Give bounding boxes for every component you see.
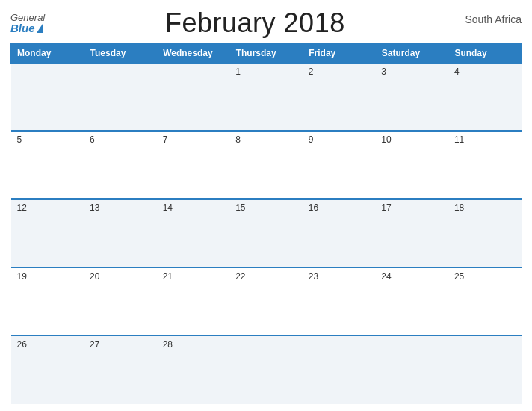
calendar-header: General Blue February 2018 South Africa <box>10 7 522 39</box>
day-number: 8 <box>235 135 241 145</box>
calendar-day-27: 27 <box>84 336 157 404</box>
weekday-header-saturday: Saturday <box>375 44 448 64</box>
day-number: 26 <box>17 339 27 350</box>
day-number: 7 <box>163 135 168 145</box>
calendar-empty-cell <box>84 63 157 131</box>
calendar-empty-cell <box>157 63 230 131</box>
day-number: 25 <box>454 271 464 282</box>
calendar-week-row: 567891011 <box>11 131 522 199</box>
day-number: 28 <box>163 339 173 350</box>
weekday-header-tuesday: Tuesday <box>84 44 157 64</box>
weekday-header-friday: Friday <box>303 44 376 64</box>
calendar-day-20: 20 <box>84 268 157 336</box>
calendar-day-11: 11 <box>448 131 522 199</box>
day-number: 14 <box>163 203 173 213</box>
calendar-empty-cell <box>11 63 84 131</box>
calendar-day-17: 17 <box>375 199 448 267</box>
calendar-day-5: 5 <box>11 131 84 199</box>
day-number: 15 <box>235 203 245 213</box>
weekday-header-row: MondayTuesdayWednesdayThursdayFridaySatu… <box>11 44 522 64</box>
day-number: 18 <box>454 203 464 213</box>
day-number: 27 <box>90 339 99 350</box>
calendar-day-6: 6 <box>84 131 157 199</box>
day-number: 23 <box>309 271 318 282</box>
calendar-wrapper: General Blue February 2018 South Africa … <box>0 0 532 411</box>
calendar-day-25: 25 <box>448 268 522 336</box>
calendar-day-2: 2 <box>303 63 376 131</box>
calendar-day-7: 7 <box>157 131 230 199</box>
day-number: 19 <box>17 271 27 282</box>
calendar-day-24: 24 <box>375 268 448 336</box>
day-number: 6 <box>90 135 95 145</box>
weekday-header-thursday: Thursday <box>229 44 303 64</box>
calendar-day-15: 15 <box>229 199 303 267</box>
day-number: 9 <box>309 135 314 145</box>
day-number: 21 <box>163 271 173 282</box>
calendar-empty-cell <box>229 336 303 404</box>
day-number: 17 <box>381 203 391 213</box>
calendar-week-row: 262728 <box>11 336 522 404</box>
logo: General Blue <box>10 13 45 34</box>
calendar-week-row: 1234 <box>11 63 522 131</box>
calendar-day-26: 26 <box>11 336 84 404</box>
day-number: 10 <box>381 135 391 145</box>
weekday-header-monday: Monday <box>11 44 84 64</box>
day-number: 11 <box>454 135 464 145</box>
day-number: 3 <box>381 67 386 77</box>
day-number: 20 <box>90 271 99 282</box>
calendar-day-16: 16 <box>303 199 376 267</box>
calendar-day-22: 22 <box>229 268 303 336</box>
calendar-day-23: 23 <box>303 268 376 336</box>
calendar-day-13: 13 <box>84 199 157 267</box>
calendar-day-14: 14 <box>157 199 230 267</box>
calendar-day-19: 19 <box>11 268 84 336</box>
day-number: 2 <box>309 67 314 77</box>
logo-triangle-icon <box>37 24 43 33</box>
calendar-day-10: 10 <box>375 131 448 199</box>
logo-blue-text: Blue <box>10 22 35 34</box>
calendar-empty-cell <box>303 336 376 404</box>
calendar-week-row: 19202122232425 <box>11 268 522 336</box>
day-number: 12 <box>17 203 27 213</box>
day-number: 24 <box>381 271 391 282</box>
calendar-day-18: 18 <box>448 199 522 267</box>
calendar-table: MondayTuesdayWednesdayThursdayFridaySatu… <box>10 43 522 404</box>
day-number: 4 <box>454 67 460 77</box>
day-number: 22 <box>235 271 245 282</box>
day-number: 1 <box>235 67 241 77</box>
calendar-empty-cell <box>448 336 522 404</box>
calendar-day-3: 3 <box>375 63 448 131</box>
weekday-header-sunday: Sunday <box>448 44 522 64</box>
day-number: 13 <box>90 203 99 213</box>
calendar-day-28: 28 <box>157 336 230 404</box>
calendar-day-4: 4 <box>448 63 522 131</box>
calendar-title: February 2018 <box>165 7 345 39</box>
calendar-day-1: 1 <box>229 63 303 131</box>
calendar-day-12: 12 <box>11 199 84 267</box>
day-number: 16 <box>309 203 318 213</box>
day-number: 5 <box>17 135 22 145</box>
calendar-week-row: 12131415161718 <box>11 199 522 267</box>
weekday-header-wednesday: Wednesday <box>157 44 230 64</box>
calendar-day-21: 21 <box>157 268 230 336</box>
calendar-empty-cell <box>375 336 448 404</box>
calendar-day-8: 8 <box>229 131 303 199</box>
calendar-day-9: 9 <box>303 131 376 199</box>
country-label: South Africa <box>465 13 522 25</box>
